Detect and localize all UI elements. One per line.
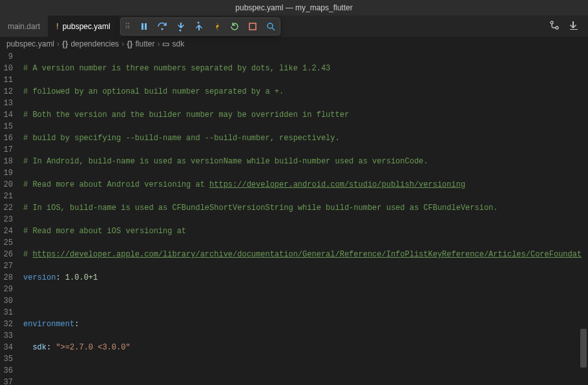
scrollbar-thumb[interactable] (580, 329, 587, 368)
breadcrumb-dependencies[interactable]: dependencies (70, 39, 119, 48)
code-comment: # Read more about Android versioning at (23, 180, 209, 189)
svg-point-8 (268, 23, 273, 28)
restart-icon[interactable] (229, 22, 240, 31)
svg-rect-3 (145, 23, 147, 30)
braces-icon: {} (62, 39, 68, 48)
drag-handle-icon[interactable]: ⠿ (125, 22, 131, 32)
code-comment: # A version number is three numbers sepa… (23, 64, 330, 73)
svg-rect-2 (142, 23, 143, 30)
tab-bar: main.dart ! pubspec.yaml (0, 16, 588, 37)
editor-area[interactable]: 9101112131415161718192021222324252627282… (0, 51, 588, 385)
svg-point-1 (556, 26, 558, 29)
breadcrumb-file[interactable]: pubspec.yaml (6, 39, 54, 48)
window-title: pubspec.yaml — my_maps_flutter (0, 0, 588, 16)
yaml-value: ">=2.7.0 <3.0.0" (56, 343, 130, 352)
breadcrumb-sdk[interactable]: sdk (172, 39, 184, 48)
code-content[interactable]: # A version number is three numbers sepa… (19, 51, 588, 385)
svg-point-4 (162, 28, 163, 30)
svg-point-5 (180, 30, 182, 32)
breadcrumb-flutter[interactable]: flutter (135, 39, 154, 48)
chevron-right-icon: › (157, 39, 160, 48)
yaml-key: environment (23, 320, 74, 329)
code-comment: # In Android, build-name is used as vers… (23, 157, 428, 166)
code-link[interactable]: https://developer.android.com/studio/pub… (209, 180, 465, 189)
compare-changes-icon[interactable] (549, 20, 560, 33)
breadcrumbs[interactable]: pubspec.yaml › {} dependencies › {} flut… (0, 37, 588, 51)
code-comment: # In iOS, build-name is used as CFBundle… (23, 203, 498, 213)
svg-rect-7 (249, 23, 256, 30)
yaml-value: 1.0.0+1 (65, 273, 98, 282)
inspect-widget-icon[interactable] (266, 22, 276, 31)
abc-icon: ▭ (162, 39, 169, 48)
step-into-icon[interactable] (175, 22, 185, 31)
pause-icon[interactable] (139, 22, 149, 31)
code-comment: # Both the version and the builder numbe… (23, 110, 349, 120)
chevron-right-icon: › (57, 39, 59, 48)
download-icon[interactable] (569, 20, 579, 33)
step-over-icon[interactable] (157, 22, 167, 31)
yaml-key: sdk (32, 343, 47, 352)
tab-label: main.dart (8, 22, 40, 31)
stop-icon[interactable] (247, 22, 258, 31)
svg-point-6 (198, 22, 200, 24)
modified-icon: ! (56, 21, 59, 31)
code-comment: # (23, 250, 32, 259)
line-number-gutter: 9101112131415161718192021222324252627282… (0, 51, 17, 385)
tab-label: pubspec.yaml (63, 22, 110, 31)
code-comment: # build by specifying --build-name and -… (23, 134, 340, 143)
tab-pubspec[interactable]: ! pubspec.yaml (48, 16, 119, 37)
tab-main-dart[interactable]: main.dart (0, 16, 48, 37)
svg-point-0 (551, 21, 553, 24)
hot-reload-icon[interactable] (211, 22, 222, 31)
tab-actions (540, 16, 588, 37)
step-out-icon[interactable] (193, 22, 204, 31)
chevron-right-icon: › (121, 39, 124, 48)
debug-toolbar[interactable]: ⠿ (120, 17, 280, 36)
braces-icon: {} (127, 39, 132, 48)
code-comment: # Read more about iOS versioning at (23, 227, 186, 236)
yaml-key: version (23, 273, 56, 282)
code-link[interactable]: https://developer.apple.com/library/arch… (32, 250, 582, 259)
code-comment: # followed by an optional build number s… (23, 87, 284, 96)
